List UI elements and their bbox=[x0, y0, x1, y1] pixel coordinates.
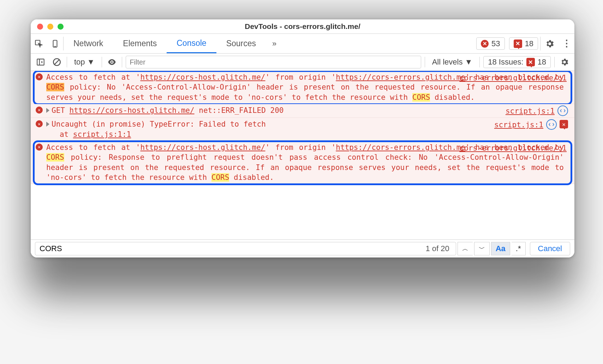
tab-console[interactable]: Console bbox=[167, 34, 216, 53]
find-input[interactable] bbox=[39, 244, 423, 254]
regex-toggle[interactable]: .* bbox=[512, 242, 526, 255]
issue-icon[interactable]: ✕ bbox=[560, 120, 568, 128]
context-label: top bbox=[74, 57, 85, 67]
settings-icon[interactable] bbox=[541, 34, 559, 53]
console-toolbar: top ▼ All levels ▼ 18 Issues: ✕ 18 bbox=[31, 54, 574, 71]
find-prev-button[interactable]: ︿ bbox=[458, 242, 473, 255]
sidebar-toggle-icon[interactable] bbox=[34, 56, 47, 68]
console-error-message[interactable]: ✕ Access to fetch at 'https://cors-host.… bbox=[31, 71, 574, 104]
svg-rect-3 bbox=[37, 59, 44, 65]
issues-count: 18 bbox=[538, 57, 546, 67]
console-error-message[interactable]: ✕ GET https://cors-host.glitch.me/ net::… bbox=[31, 104, 574, 118]
url-link[interactable]: https://cors-errors.glitch.me bbox=[336, 143, 465, 152]
window-title: DevTools - cors-errors.glitch.me/ bbox=[31, 22, 574, 31]
error-icon: ✕ bbox=[36, 73, 43, 80]
tab-elements[interactable]: Elements bbox=[113, 34, 167, 53]
error-icon: ✕ bbox=[36, 107, 43, 114]
svg-marker-5 bbox=[41, 61, 43, 63]
issue-count-text: 18 bbox=[525, 39, 533, 48]
source-link[interactable]: cors-errors.glitch.me/:1 bbox=[460, 74, 567, 82]
find-cancel-button[interactable]: Cancel bbox=[530, 242, 570, 255]
divider bbox=[102, 57, 102, 67]
tabs-overflow-icon[interactable]: » bbox=[266, 34, 283, 53]
url-link[interactable]: https://cors-host.glitch.me/ bbox=[140, 143, 265, 152]
find-count: 1 of 20 bbox=[423, 244, 452, 253]
find-bar: 1 of 20 ︿ ﹀ Aa .* Cancel bbox=[31, 239, 574, 257]
titlebar: DevTools - cors-errors.glitch.me/ bbox=[31, 19, 574, 34]
error-count-button[interactable]: ✕ 53 bbox=[476, 37, 505, 50]
svg-line-7 bbox=[54, 59, 59, 65]
reload-icon[interactable] bbox=[546, 119, 557, 130]
console-error-message[interactable]: ✕ Access to fetch at 'https://cors-host.… bbox=[31, 141, 574, 184]
search-match: CORS bbox=[46, 83, 64, 91]
filter-input[interactable] bbox=[126, 56, 421, 68]
context-selector[interactable]: top ▼ bbox=[71, 57, 98, 67]
inspect-element-icon[interactable] bbox=[31, 39, 47, 48]
search-match: CORS bbox=[211, 173, 229, 182]
divider bbox=[67, 57, 67, 67]
minimize-button[interactable] bbox=[47, 24, 53, 30]
message-text: Uncaught (in promise) TypeError: Failed … bbox=[46, 119, 491, 139]
error-icon: ✕ bbox=[36, 144, 43, 151]
error-count-text: 53 bbox=[491, 39, 500, 48]
source-link[interactable]: script.js:1 bbox=[494, 121, 543, 129]
kebab-menu-icon[interactable]: ⋮ bbox=[559, 34, 574, 53]
devtools-window: DevTools - cors-errors.glitch.me/ Networ… bbox=[31, 19, 574, 257]
find-next-button[interactable]: ﹀ bbox=[474, 242, 490, 255]
divider bbox=[122, 57, 122, 67]
find-input-wrapper: 1 of 20 bbox=[35, 242, 456, 255]
main-tabs: Network Elements Console Sources » ✕ 53 … bbox=[31, 34, 574, 54]
maximize-button[interactable] bbox=[58, 24, 64, 30]
message-text: GET https://cors-host.glitch.me/ net::ER… bbox=[46, 105, 502, 116]
issue-icon: ✕ bbox=[514, 40, 522, 48]
error-icon: ✕ bbox=[481, 40, 489, 48]
issue-icon: ✕ bbox=[526, 58, 535, 66]
expand-caret-icon[interactable] bbox=[46, 122, 49, 127]
issues-label: 18 Issues: bbox=[488, 57, 523, 67]
expand-caret-icon[interactable] bbox=[46, 108, 49, 113]
url-link[interactable]: https://cors-errors.glitch.me bbox=[336, 73, 465, 81]
traffic-lights bbox=[37, 24, 64, 30]
search-match: CORS bbox=[46, 153, 64, 162]
error-icon: ✕ bbox=[36, 120, 43, 127]
search-match: CORS bbox=[412, 93, 430, 102]
url-link[interactable]: https://cors-host.glitch.me/ bbox=[70, 106, 195, 115]
tab-network[interactable]: Network bbox=[64, 34, 113, 53]
source-link[interactable]: cors-errors.glitch.me/:1 bbox=[460, 144, 567, 152]
source-link[interactable]: script.js:1 bbox=[506, 107, 555, 115]
url-link[interactable]: https://cors-host.glitch.me/ bbox=[140, 73, 265, 81]
log-levels-selector[interactable]: All levels ▼ bbox=[429, 57, 476, 67]
chevron-down-icon: ▼ bbox=[87, 57, 95, 67]
stack-link[interactable]: script.js:1:1 bbox=[73, 130, 131, 139]
close-button[interactable] bbox=[37, 24, 43, 30]
match-case-toggle[interactable]: Aa bbox=[491, 242, 510, 255]
clear-console-icon[interactable] bbox=[50, 56, 63, 68]
issue-count-button[interactable]: ✕ 18 bbox=[509, 37, 538, 50]
console-output[interactable]: ✕ Access to fetch at 'https://cors-host.… bbox=[31, 71, 574, 239]
tab-sources[interactable]: Sources bbox=[216, 34, 266, 53]
reload-icon[interactable] bbox=[557, 105, 568, 116]
divider bbox=[554, 57, 555, 67]
divider bbox=[425, 57, 425, 67]
divider bbox=[479, 57, 480, 67]
device-toggle-icon[interactable] bbox=[47, 39, 63, 48]
console-error-message[interactable]: ✕ Uncaught (in promise) TypeError: Faile… bbox=[31, 118, 574, 141]
chevron-down-icon: ▼ bbox=[465, 57, 472, 67]
log-levels-label: All levels bbox=[432, 57, 463, 67]
live-expression-icon[interactable] bbox=[106, 56, 118, 68]
console-settings-icon[interactable] bbox=[558, 56, 571, 68]
issues-button[interactable]: 18 Issues: ✕ 18 bbox=[483, 56, 551, 68]
